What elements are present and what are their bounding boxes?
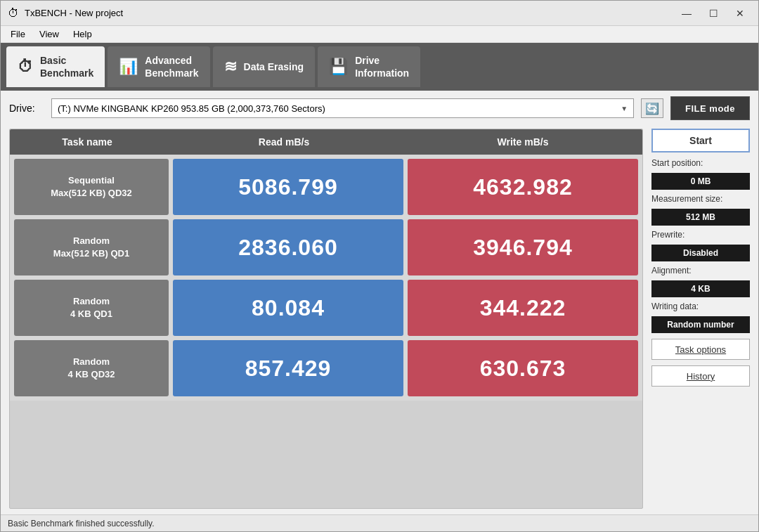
read-value-sequential-qd32: 5086.799: [173, 159, 403, 215]
writing-data-label: Writing data:: [651, 301, 750, 311]
write-value-random-4kb-qd1: 344.222: [408, 280, 638, 336]
refresh-button[interactable]: 🔄: [641, 98, 663, 118]
tab-advanced-benchmark[interactable]: 📊 AdvancedBenchmark: [108, 46, 209, 87]
file-mode-button[interactable]: FILE mode: [670, 96, 750, 120]
table-row: SequentialMax(512 KB) QD32 5086.799 4632…: [14, 159, 638, 215]
start-position-label: Start position:: [651, 158, 750, 168]
tab-erasing-label: Data Erasing: [244, 60, 304, 73]
header-task-name: Task name: [10, 136, 164, 148]
task-options-button[interactable]: Task options: [651, 339, 750, 360]
drive-select-value: (T:) NVMe KINGBANK KP260 953.85 GB (2,00…: [58, 103, 621, 114]
status-bar: Basic Benchmark finished successfully.: [1, 514, 758, 531]
refresh-icon: 🔄: [645, 102, 659, 115]
write-value-random-4kb-qd32: 630.673: [408, 340, 638, 396]
writing-data-button[interactable]: Random number: [651, 316, 750, 333]
menu-help[interactable]: Help: [66, 27, 99, 41]
content-area: Task name Read mB/s Write mB/s Sequentia…: [9, 129, 750, 509]
drive-info-icon: 💾: [329, 58, 348, 76]
read-value-random-4kb-qd1: 80.084: [173, 280, 403, 336]
table-row: RandomMax(512 KB) QD1 2836.060 3946.794: [14, 219, 638, 275]
alignment-value: 4 KB: [651, 280, 750, 297]
window-controls: — ☐ ✕: [674, 4, 753, 23]
prewrite-value: Disabled: [651, 245, 750, 261]
settings-group: Start position: 0 MB Measurement size: 5…: [651, 158, 750, 333]
measurement-size-value: 512 MB: [651, 209, 750, 226]
header-read: Read mB/s: [164, 136, 403, 148]
main-content: Drive: (T:) NVMe KINGBANK KP260 953.85 G…: [1, 91, 758, 514]
tab-basic-benchmark[interactable]: ⏱ BasicBenchmark: [6, 46, 105, 87]
measurement-size-label: Measurement size:: [651, 194, 750, 204]
table-header: Task name Read mB/s Write mB/s: [10, 129, 642, 155]
title-bar: ⏱ TxBENCH - New project — ☐ ✕: [1, 1, 758, 26]
drive-selector[interactable]: (T:) NVMe KINGBANK KP260 953.85 GB (2,00…: [51, 98, 634, 118]
read-value-random-4kb-qd32: 857.429: [173, 340, 403, 396]
task-name-random-4kb-qd1: Random4 KB QD1: [14, 280, 169, 336]
table-rows: SequentialMax(512 KB) QD32 5086.799 4632…: [10, 155, 642, 401]
table-row: Random4 KB QD32 857.429 630.673: [14, 340, 638, 396]
alignment-label: Alignment:: [651, 266, 750, 275]
menu-view[interactable]: View: [32, 27, 66, 41]
write-value-random-qd1-512: 3946.794: [408, 219, 638, 275]
data-erasing-icon: ≋: [224, 58, 237, 76]
window-title: TxBENCH - New project: [25, 8, 674, 18]
tab-basic-label: BasicBenchmark: [40, 54, 93, 79]
basic-benchmark-icon: ⏱: [18, 58, 33, 76]
menu-file[interactable]: File: [4, 27, 32, 41]
start-position-value: 0 MB: [651, 173, 750, 190]
advanced-benchmark-icon: 📊: [119, 58, 138, 76]
drive-label: Drive:: [9, 103, 44, 114]
tab-data-erasing[interactable]: ≋ Data Erasing: [213, 46, 316, 87]
main-window: ⏱ TxBENCH - New project — ☐ ✕ File View …: [0, 0, 759, 532]
prewrite-label: Prewrite:: [651, 230, 750, 240]
tab-bar: ⏱ BasicBenchmark 📊 AdvancedBenchmark ≋ D…: [1, 43, 758, 91]
chevron-down-icon: ▼: [621, 105, 628, 112]
history-button[interactable]: History: [651, 365, 750, 387]
task-name-sequential-qd32: SequentialMax(512 KB) QD32: [14, 159, 169, 215]
benchmark-table: Task name Read mB/s Write mB/s Sequentia…: [9, 129, 643, 509]
status-text: Basic Benchmark finished successfully.: [8, 519, 155, 528]
task-name-random-4kb-qd32: Random4 KB QD32: [14, 340, 169, 396]
write-value-sequential-qd32: 4632.982: [408, 159, 638, 215]
right-panel: Start Start position: 0 MB Measurement s…: [651, 129, 750, 509]
drive-row: Drive: (T:) NVMe KINGBANK KP260 953.85 G…: [9, 96, 750, 120]
tab-drive-label: DriveInformation: [355, 54, 409, 79]
minimize-button[interactable]: —: [674, 4, 699, 23]
maximize-button[interactable]: ☐: [701, 4, 726, 23]
read-value-random-qd1-512: 2836.060: [173, 219, 403, 275]
tab-drive-information[interactable]: 💾 DriveInformation: [318, 46, 420, 87]
task-name-random-qd1-512: RandomMax(512 KB) QD1: [14, 219, 169, 275]
table-row: Random4 KB QD1 80.084 344.222: [14, 280, 638, 336]
close-button[interactable]: ✕: [727, 4, 753, 23]
header-write: Write mB/s: [403, 136, 642, 148]
benchmark-area: Task name Read mB/s Write mB/s Sequentia…: [9, 129, 643, 509]
start-button[interactable]: Start: [651, 129, 750, 153]
menu-bar: File View Help: [1, 26, 758, 43]
tab-advanced-label: AdvancedBenchmark: [145, 54, 198, 79]
app-icon: ⏱: [6, 6, 20, 20]
